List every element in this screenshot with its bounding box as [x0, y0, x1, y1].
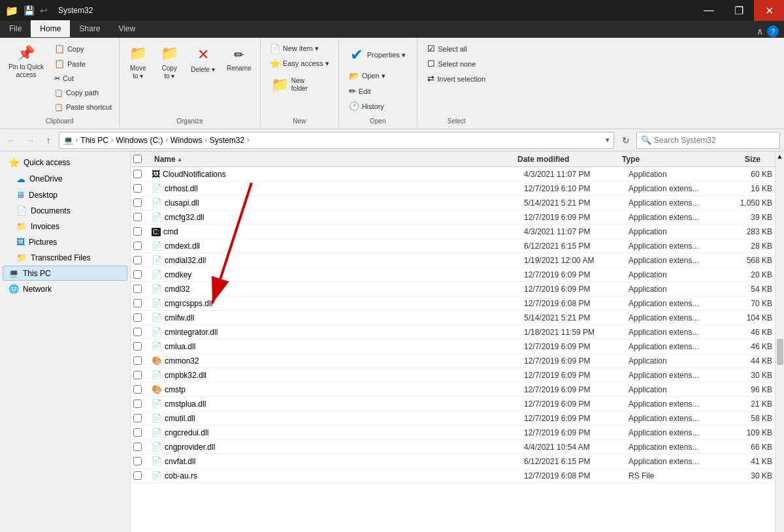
sidebar-item-pictures[interactable]: 🖼 Pictures: [3, 234, 127, 249]
breadcrumb-windows[interactable]: Windows: [171, 136, 203, 145]
sidebar-item-onedrive[interactable]: ☁ OneDrive: [3, 171, 127, 187]
row-checkbox-21[interactable]: [133, 471, 152, 480]
table-row[interactable]: 🎨 cmstp 12/7/2019 6:09 PM Application 96…: [131, 383, 775, 397]
row-checkbox-6[interactable]: [133, 256, 152, 264]
table-row[interactable]: 🖼 CloudNotifications 4/3/2021 11:07 PM A…: [131, 167, 775, 181]
breadcrumb-system32[interactable]: System32: [210, 136, 244, 145]
edit-button[interactable]: ✏ Edit: [346, 84, 374, 98]
table-row[interactable]: 📄 cmpbk32.dll 12/7/2019 6:09 PM Applicat…: [131, 368, 775, 383]
row-checkbox-15[interactable]: [133, 385, 152, 394]
easy-access-button[interactable]: ⭐ Easy access ▾: [267, 57, 333, 70]
tab-share[interactable]: Share: [70, 20, 109, 37]
row-checkbox-8[interactable]: [133, 285, 152, 293]
address-dropdown-icon[interactable]: ▾: [606, 136, 610, 144]
table-row[interactable]: 📄 cmdext.dll 6/12/2021 6:15 PM Applicati…: [131, 239, 775, 253]
move-to-button[interactable]: 📁 Moveto ▾: [123, 42, 152, 84]
column-date-modified[interactable]: Date modified: [515, 155, 619, 164]
select-all-button[interactable]: ☑ Select all: [424, 42, 470, 55]
table-row[interactable]: 📄 cmstplua.dll 12/7/2019 6:09 PM Applica…: [131, 397, 775, 411]
row-checkbox-14[interactable]: [133, 371, 152, 379]
table-row[interactable]: 📄 cob-au.rs 12/7/2019 6:08 PM RS File 30…: [131, 469, 775, 483]
row-checkbox-17[interactable]: [133, 414, 152, 422]
row-checkbox-11[interactable]: [133, 328, 152, 336]
table-row[interactable]: 📄 cngcredui.dll 12/7/2019 6:09 PM Applic…: [131, 426, 775, 440]
new-item-button[interactable]: 📄 New item ▾: [267, 42, 322, 55]
row-checkbox-19[interactable]: [133, 443, 152, 451]
delete-button[interactable]: ✕ Delete ▾: [186, 42, 220, 78]
table-row[interactable]: 📄 cnvfat.dll 6/12/2021 6:15 PM Applicati…: [131, 454, 775, 469]
column-type[interactable]: Type: [619, 155, 711, 164]
table-row[interactable]: 📄 clrhost.dll 12/7/2019 6:10 PM Applicat…: [131, 181, 775, 196]
sidebar-item-this-pc[interactable]: 💻 This PC: [3, 266, 127, 281]
select-none-button[interactable]: ☐ Select none: [424, 57, 479, 70]
sidebar-item-invoices[interactable]: 📁 Invoices: [3, 219, 127, 234]
table-row[interactable]: 📄 clusapi.dll 5/14/2021 5:21 PM Applicat…: [131, 196, 775, 210]
table-row[interactable]: 📄 cmcfg32.dll 12/7/2019 6:09 PM Applicat…: [131, 210, 775, 225]
scroll-up-button[interactable]: ▲: [776, 151, 784, 161]
row-checkbox-2[interactable]: [133, 198, 152, 207]
paste-button[interactable]: 📋 Paste: [51, 57, 115, 70]
sidebar-item-desktop[interactable]: 🖥 Desktop: [3, 187, 127, 202]
row-checkbox-0[interactable]: [133, 170, 152, 178]
cut-button[interactable]: ✂ Cut: [51, 72, 115, 85]
invert-selection-button[interactable]: ⇄ Invert selection: [424, 72, 489, 86]
row-checkbox-3[interactable]: [133, 213, 152, 221]
sidebar-item-transcribed-files[interactable]: 📁 Transcribed Files: [3, 250, 127, 265]
sidebar-item-documents[interactable]: 📄 Documents: [3, 203, 127, 218]
paste-shortcut-button[interactable]: 📋 Paste shortcut: [51, 101, 115, 114]
tab-view[interactable]: View: [109, 20, 144, 37]
pin-to-quick-access-button[interactable]: 📌 Pin to Quickaccess: [4, 42, 48, 82]
table-row[interactable]: 📄 cmdial32.dll 1/19/2021 12:00 AM Applic…: [131, 253, 775, 268]
row-checkbox-1[interactable]: [133, 184, 152, 193]
copy-to-button[interactable]: 📁 Copyto ▾: [155, 42, 184, 84]
refresh-button[interactable]: ↻: [618, 133, 634, 148]
help-icon[interactable]: ?: [767, 25, 779, 37]
ribbon-collapse-icon[interactable]: ∧: [757, 26, 763, 37]
table-row[interactable]: 📄 cmifw.dll 5/14/2021 5:21 PM Applicatio…: [131, 311, 775, 325]
table-row[interactable]: 🎨 cmmon32 12/7/2019 6:09 PM Application …: [131, 354, 775, 368]
vertical-scrollbar[interactable]: ▲ ▼: [775, 151, 784, 532]
new-folder-button[interactable]: 📁 Newfolder: [267, 72, 319, 98]
open-button[interactable]: 📂 Open ▾: [346, 69, 389, 83]
row-checkbox-16[interactable]: [133, 399, 152, 408]
tab-file[interactable]: File: [0, 20, 31, 37]
minimize-button[interactable]: —: [694, 0, 724, 21]
table-row[interactable]: 📄 cmutil.dll 12/7/2019 6:09 PM Applicati…: [131, 411, 775, 426]
history-button[interactable]: 🕐 History: [346, 99, 387, 113]
table-row[interactable]: 📄 cmintegrator.dll 1/18/2021 11:59 PM Ap…: [131, 325, 775, 339]
sidebar-item-network[interactable]: 🌐 Network: [3, 281, 127, 296]
properties-button[interactable]: ✔ Properties ▾: [346, 42, 410, 68]
row-checkbox-5[interactable]: [133, 242, 152, 250]
address-bar[interactable]: 💻 › This PC › Windows (C:) › Windows › S…: [59, 132, 614, 149]
row-checkbox-13[interactable]: [133, 356, 152, 365]
row-checkbox-4[interactable]: [133, 227, 152, 236]
select-all-checkbox[interactable]: [133, 155, 142, 163]
table-row[interactable]: 📄 cngprovider.dll 4/4/2021 10:54 AM Appl…: [131, 440, 775, 454]
table-row[interactable]: 📄 cmlua.dll 12/7/2019 6:09 PM Applicatio…: [131, 339, 775, 354]
row-checkbox-20[interactable]: [133, 457, 152, 465]
forward-button[interactable]: →: [22, 133, 38, 148]
column-size[interactable]: Size: [711, 155, 763, 164]
table-row[interactable]: 📄 cmdl32 12/7/2019 6:09 PM Application 5…: [131, 282, 775, 296]
row-checkbox-7[interactable]: [133, 270, 152, 279]
close-button[interactable]: ✕: [754, 0, 784, 21]
scroll-thumb[interactable]: [777, 339, 783, 365]
copy-path-button[interactable]: 📋 Copy path: [51, 86, 115, 99]
row-checkbox-12[interactable]: [133, 342, 152, 351]
back-button[interactable]: ←: [4, 133, 20, 148]
search-bar[interactable]: 🔍: [636, 132, 780, 149]
search-input[interactable]: [654, 136, 776, 145]
column-name[interactable]: Name ▲: [152, 155, 515, 164]
copy-button[interactable]: 📋 Copy: [51, 42, 115, 55]
table-row[interactable]: 📄 cmgrcspps.dll 12/7/2019 6:08 PM Applic…: [131, 296, 775, 311]
rename-button[interactable]: ✏ Rename: [222, 42, 256, 78]
tab-home[interactable]: Home: [31, 20, 70, 37]
breadcrumb-windows-c[interactable]: Windows (C:): [116, 136, 163, 145]
row-checkbox-9[interactable]: [133, 299, 152, 307]
sidebar-item-quick-access[interactable]: ⭐ Quick access: [3, 155, 127, 170]
breadcrumb-this-pc[interactable]: This PC: [80, 136, 108, 145]
row-checkbox-10[interactable]: [133, 313, 152, 322]
table-row[interactable]: 📄 cmdkey 12/7/2019 6:09 PM Application 2…: [131, 268, 775, 282]
row-checkbox-18[interactable]: [133, 428, 152, 437]
maximize-button[interactable]: ❐: [724, 0, 754, 21]
